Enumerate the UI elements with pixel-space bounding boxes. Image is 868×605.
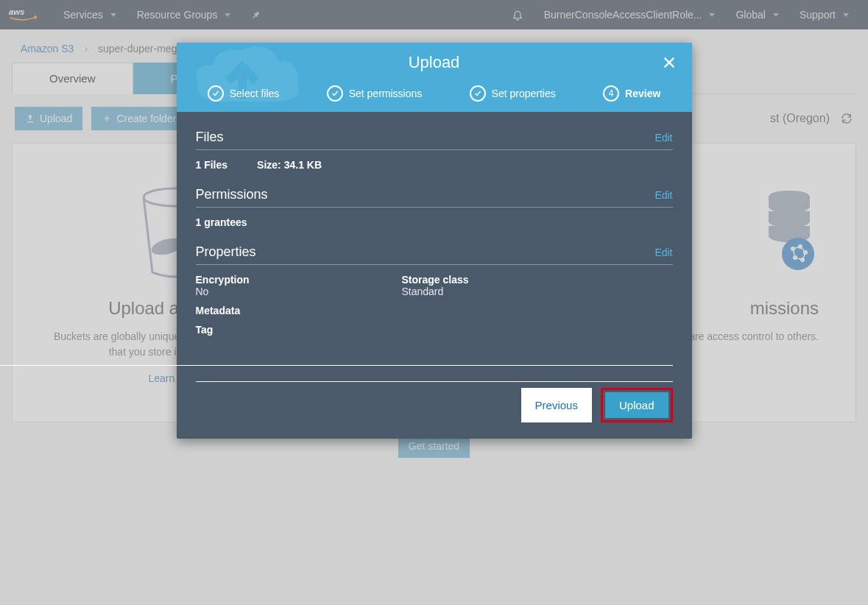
upload-modal: Upload Select files Set permissions Set … [177, 43, 692, 439]
step-set-permissions[interactable]: Set permissions [327, 85, 423, 102]
wizard-steps: Select files Set permissions Set propert… [177, 79, 692, 112]
size-value: 34.1 KB [284, 159, 322, 171]
edit-files-link[interactable]: Edit [654, 132, 672, 144]
section-files: Files Edit 1 Files Size: 34.1 KB [196, 130, 673, 171]
modal-body: Files Edit 1 Files Size: 34.1 KB Permiss… [177, 112, 692, 359]
section-heading: Files [196, 130, 224, 145]
section-properties: Properties Edit Encryption No Storage cl… [196, 244, 673, 336]
close-icon[interactable] [661, 54, 677, 74]
section-heading: Properties [196, 244, 256, 260]
step-label: Select files [230, 88, 280, 99]
step-number: 4 [603, 85, 619, 102]
metadata-label: Metadata [196, 305, 673, 316]
kv-storage-class: Storage class Standard [402, 274, 549, 297]
encryption-value: No [196, 286, 343, 297]
modal-footer [177, 359, 692, 381]
section-heading: Permissions [196, 187, 268, 202]
step-review[interactable]: 4 Review [603, 85, 660, 102]
tag-label: Tag [196, 324, 673, 336]
upload-confirm-button[interactable]: Upload [605, 392, 668, 418]
step-label: Set properties [492, 88, 556, 99]
check-icon [327, 85, 343, 102]
previous-button[interactable]: Previous [521, 388, 592, 422]
step-label: Set permissions [349, 88, 423, 99]
modal-header: Upload Select files Set permissions Set … [177, 43, 692, 112]
section-permissions: Permissions Edit 1 grantees [196, 187, 673, 228]
files-size: Size: 34.1 KB [257, 159, 322, 171]
modal-footer-buttons: Previous Upload [177, 382, 692, 439]
step-label: Review [625, 88, 660, 99]
encryption-label: Encryption [196, 274, 343, 286]
upload-highlight: Upload [601, 388, 673, 422]
modal-title: Upload [177, 53, 692, 79]
storage-class-label: Storage class [402, 274, 549, 286]
check-icon [470, 85, 486, 102]
step-select-files[interactable]: Select files [208, 85, 280, 102]
check-icon [208, 85, 224, 102]
kv-encryption: Encryption No [196, 274, 343, 297]
files-count: 1 Files [196, 159, 228, 171]
edit-properties-link[interactable]: Edit [654, 247, 672, 258]
storage-class-value: Standard [402, 286, 549, 297]
modal-overlay: Upload Select files Set permissions Set … [0, 0, 868, 605]
size-label: Size: [257, 159, 281, 171]
grantees-count: 1 grantees [196, 216, 673, 228]
step-num-label: 4 [609, 88, 614, 99]
step-set-properties[interactable]: Set properties [470, 85, 556, 102]
edit-permissions-link[interactable]: Edit [654, 189, 672, 201]
